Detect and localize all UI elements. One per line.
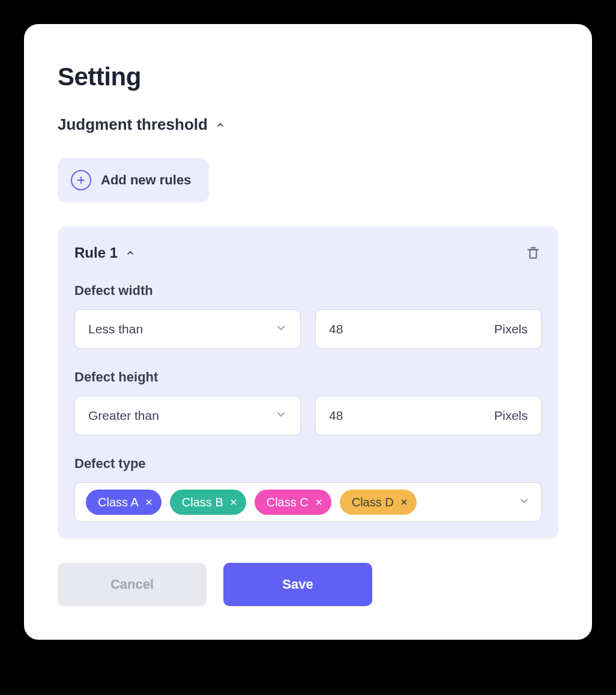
defect-height-value-field[interactable]: Pixels [315, 396, 542, 436]
section-label: Judgment threshold [58, 115, 208, 134]
defect-width-operator-select[interactable]: Less than [74, 309, 301, 349]
delete-rule-button[interactable] [525, 244, 542, 261]
defect-width-label: Defect width [74, 283, 542, 299]
rule-panel: Rule 1 Defect width Less than [58, 226, 558, 539]
chevron-up-icon [125, 247, 136, 258]
tag-class-b: Class B [170, 490, 246, 515]
add-button-label: Add new rules [101, 172, 191, 188]
chevron-down-icon [275, 408, 287, 423]
chevron-down-icon [518, 495, 530, 510]
rule-toggle[interactable]: Rule 1 [74, 244, 136, 261]
tag-label: Class B [182, 496, 223, 509]
defect-type-label: Defect type [74, 456, 542, 472]
save-button[interactable]: Save [223, 563, 372, 606]
select-value: Less than [88, 322, 143, 336]
defect-height-row: Greater than Pixels [74, 396, 542, 436]
defect-width-input[interactable] [329, 322, 448, 336]
unit-label: Pixels [494, 408, 528, 423]
plus-circle-icon [71, 170, 91, 190]
tag-label: Class A [98, 496, 139, 509]
remove-tag-class-b[interactable] [229, 498, 238, 506]
svg-rect-3 [530, 250, 537, 258]
chevron-up-icon [215, 120, 226, 130]
defect-width-row: Less than Pixels [74, 309, 542, 349]
page-title: Setting [58, 62, 558, 91]
chevron-down-icon [275, 322, 287, 337]
section-judgment-threshold-toggle[interactable]: Judgment threshold [58, 115, 558, 134]
tag-label: Class D [352, 496, 394, 509]
tag-class-d: Class D [340, 490, 417, 515]
defect-height-operator-select[interactable]: Greater than [74, 396, 301, 436]
rule-header: Rule 1 [74, 244, 542, 261]
footer-actions: Cancel Save [58, 563, 558, 606]
tag-label: Class C [267, 496, 309, 509]
defect-height-input[interactable] [329, 408, 448, 423]
add-new-rules-button[interactable]: Add new rules [58, 158, 209, 202]
select-value: Greater than [88, 408, 159, 423]
defect-type-select[interactable]: Class A Class B Class C [74, 482, 542, 522]
unit-label: Pixels [494, 322, 528, 336]
settings-card: Setting Judgment threshold Add new rules… [24, 24, 592, 640]
tag-class-c: Class C [255, 490, 331, 515]
remove-tag-class-d[interactable] [400, 498, 408, 506]
defect-height-label: Defect height [74, 369, 542, 385]
cancel-button[interactable]: Cancel [58, 563, 207, 606]
remove-tag-class-c[interactable] [315, 498, 323, 506]
rule-title: Rule 1 [74, 244, 118, 261]
tag-class-a: Class A [86, 490, 162, 515]
defect-width-value-field[interactable]: Pixels [315, 309, 542, 349]
remove-tag-class-a[interactable] [145, 498, 153, 506]
